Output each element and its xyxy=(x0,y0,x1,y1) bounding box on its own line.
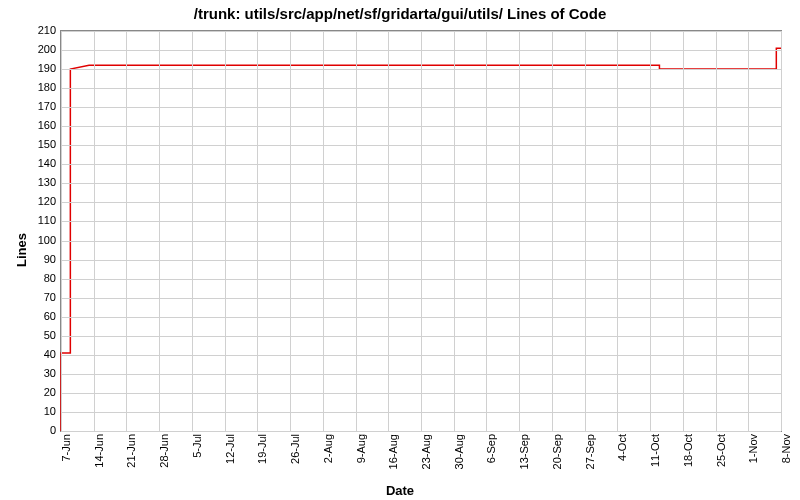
x-tick-label: 13-Sep xyxy=(518,434,530,484)
x-tick-label: 16-Aug xyxy=(387,434,399,484)
grid-line xyxy=(650,31,651,431)
grid-line xyxy=(126,31,127,431)
x-tick-label: 21-Jun xyxy=(125,434,137,484)
grid-line xyxy=(257,31,258,431)
grid-line xyxy=(421,31,422,431)
x-tick-label: 23-Aug xyxy=(420,434,432,484)
y-tick-label: 180 xyxy=(26,81,56,93)
grid-line xyxy=(192,31,193,431)
grid-line xyxy=(61,431,781,432)
grid-line xyxy=(552,31,553,431)
x-tick-label: 25-Oct xyxy=(715,434,727,484)
grid-line xyxy=(454,31,455,431)
y-tick-label: 60 xyxy=(26,310,56,322)
y-tick-label: 50 xyxy=(26,329,56,341)
y-tick-label: 20 xyxy=(26,386,56,398)
y-tick-label: 90 xyxy=(26,253,56,265)
y-tick-label: 30 xyxy=(26,367,56,379)
y-tick-label: 80 xyxy=(26,272,56,284)
y-tick-label: 110 xyxy=(26,214,56,226)
y-tick-label: 70 xyxy=(26,291,56,303)
y-tick-label: 160 xyxy=(26,119,56,131)
grid-line xyxy=(683,31,684,431)
grid-line xyxy=(617,31,618,431)
y-tick-label: 130 xyxy=(26,176,56,188)
x-axis-label: Date xyxy=(0,483,800,498)
plot-area xyxy=(60,30,782,432)
x-tick-label: 18-Oct xyxy=(682,434,694,484)
x-tick-label: 14-Jun xyxy=(93,434,105,484)
x-tick-label: 9-Aug xyxy=(355,434,367,484)
grid-line xyxy=(486,31,487,431)
y-tick-label: 190 xyxy=(26,62,56,74)
x-tick-label: 30-Aug xyxy=(453,434,465,484)
grid-line xyxy=(388,31,389,431)
y-tick-label: 170 xyxy=(26,100,56,112)
grid-line xyxy=(290,31,291,431)
grid-line xyxy=(94,31,95,431)
x-tick-label: 8-Nov xyxy=(780,434,792,484)
chart: /trunk: utils/src/app/net/sf/gridarta/gu… xyxy=(0,0,800,500)
y-tick-label: 120 xyxy=(26,195,56,207)
y-tick-label: 40 xyxy=(26,348,56,360)
grid-line xyxy=(356,31,357,431)
x-tick-label: 4-Oct xyxy=(616,434,628,484)
x-tick-label: 1-Nov xyxy=(747,434,759,484)
x-tick-label: 12-Jul xyxy=(224,434,236,484)
y-tick-label: 100 xyxy=(26,234,56,246)
x-tick-label: 2-Aug xyxy=(322,434,334,484)
y-tick-label: 210 xyxy=(26,24,56,36)
grid-line xyxy=(781,31,782,431)
grid-line xyxy=(225,31,226,431)
grid-line xyxy=(748,31,749,431)
y-tick-label: 140 xyxy=(26,157,56,169)
x-tick-label: 7-Jun xyxy=(60,434,72,484)
grid-line xyxy=(716,31,717,431)
x-tick-label: 26-Jul xyxy=(289,434,301,484)
grid-line xyxy=(519,31,520,431)
grid-line xyxy=(61,31,62,431)
grid-line xyxy=(323,31,324,431)
x-tick-label: 11-Oct xyxy=(649,434,661,484)
x-tick-label: 28-Jun xyxy=(158,434,170,484)
x-tick-label: 5-Jul xyxy=(191,434,203,484)
x-tick-label: 6-Sep xyxy=(485,434,497,484)
y-tick-label: 150 xyxy=(26,138,56,150)
x-tick-label: 20-Sep xyxy=(551,434,563,484)
chart-title: /trunk: utils/src/app/net/sf/gridarta/gu… xyxy=(0,5,800,22)
y-tick-label: 200 xyxy=(26,43,56,55)
grid-line xyxy=(585,31,586,431)
x-tick-label: 19-Jul xyxy=(256,434,268,484)
y-tick-label: 0 xyxy=(26,424,56,436)
y-tick-label: 10 xyxy=(26,405,56,417)
grid-line xyxy=(159,31,160,431)
x-tick-label: 27-Sep xyxy=(584,434,596,484)
